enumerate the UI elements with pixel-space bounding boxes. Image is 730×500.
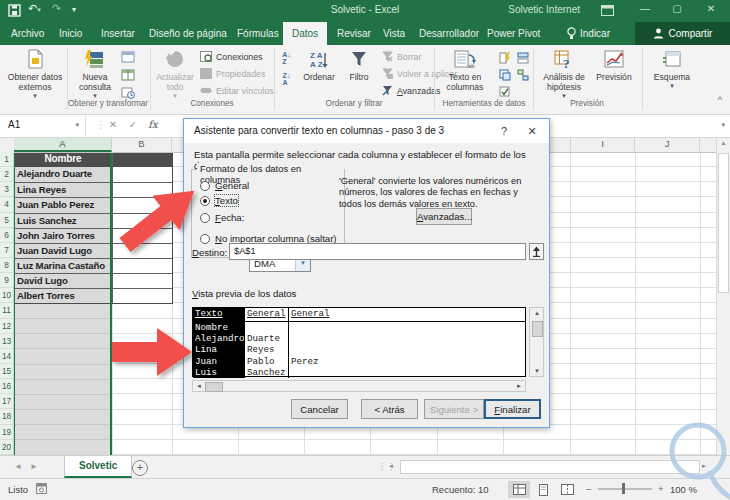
vertical-scrollbar[interactable]: ▲ ▼	[716, 137, 730, 470]
get-external-data-button[interactable]: Obtener datos externos▾	[6, 47, 64, 101]
cell-A4[interactable]: Juan Pablo Perez	[14, 198, 112, 212]
preview-scroll-left-icon[interactable]: ◄	[196, 383, 202, 389]
preview-col-type-general2[interactable]: General	[289, 308, 525, 321]
remove-duplicates-icon[interactable]	[496, 67, 513, 82]
sort-az-icon[interactable]: A↓Z	[278, 50, 295, 65]
zoom-percentage[interactable]: 100 %	[670, 484, 697, 495]
insert-function-icon[interactable]: fx	[144, 114, 162, 136]
vertical-scroll-thumb[interactable]	[718, 153, 729, 293]
tab-revisar[interactable]: Revisar	[328, 22, 380, 45]
preview-vertical-scrollbar[interactable]: ▲ ▼	[529, 307, 544, 377]
from-table-icon[interactable]	[119, 67, 136, 82]
row-header-7[interactable]: 7	[0, 243, 13, 258]
radio-fecha[interactable]: Fecha:	[200, 212, 244, 223]
column-header-J[interactable]: J	[635, 137, 700, 151]
outline-button[interactable]: Esquema▾	[650, 47, 694, 90]
finish-button[interactable]: Finalizar	[484, 399, 541, 419]
expand-formula-bar-icon[interactable]: ▾	[721, 114, 725, 136]
row-header-17[interactable]: 17	[0, 394, 13, 409]
row-header-20[interactable]: 20	[0, 440, 13, 455]
zoom-slider-thumb[interactable]	[622, 483, 625, 494]
preview-scroll-right-icon[interactable]: ►	[516, 383, 522, 389]
cell-B9[interactable]	[112, 274, 172, 288]
row-header-13[interactable]: 13	[0, 334, 13, 349]
normal-view-icon[interactable]	[508, 481, 530, 498]
show-queries-icon[interactable]	[119, 49, 136, 64]
relationships-icon[interactable]	[514, 67, 531, 82]
cell-A7[interactable]: Juan David Lugo	[14, 244, 112, 258]
destination-input[interactable]: $A$1	[229, 243, 526, 260]
radio-circle[interactable]	[200, 213, 210, 223]
dialog-help-button[interactable]: ?	[489, 119, 519, 143]
filter-button[interactable]: Filtro	[342, 47, 376, 82]
column-header-B[interactable]: B	[112, 137, 172, 151]
row-header-16[interactable]: 16	[0, 379, 13, 394]
consolidate-icon[interactable]	[514, 50, 531, 65]
preview-scroll-down-icon[interactable]: ▼	[534, 368, 540, 374]
back-button[interactable]: < Atrás	[361, 399, 418, 419]
hscroll-track[interactable]	[400, 460, 700, 474]
cell-B10[interactable]	[112, 289, 172, 303]
hscroll-right-icon[interactable]: ►	[701, 463, 707, 469]
radio-circle-selected[interactable]	[200, 196, 210, 206]
macro-record-icon[interactable]	[36, 483, 47, 494]
sort-button[interactable]: Z AA Z Ordenar	[298, 47, 340, 82]
cell-B6[interactable]	[112, 229, 172, 243]
cell-A2[interactable]: Alejandro Duarte	[14, 167, 112, 182]
hscroll-left-icon[interactable]: ◄	[388, 463, 394, 469]
horizontal-scrollbar[interactable]: ⋮⋮ ◄ ►	[388, 460, 714, 474]
collapse-ribbon-button[interactable]: ^	[718, 95, 722, 105]
new-sheet-button[interactable]: +	[132, 460, 148, 476]
preview-hscroll-thumb[interactable]	[205, 382, 223, 392]
row-header-14[interactable]: 14	[0, 349, 13, 364]
page-break-view-icon[interactable]	[556, 481, 578, 498]
tab-datos[interactable]: Datos	[283, 22, 327, 45]
connections-button[interactable]: Conexiones	[200, 51, 262, 62]
recent-sources-icon[interactable]	[119, 85, 136, 100]
zoom-slider-track[interactable]	[598, 488, 652, 490]
what-if-analysis-button[interactable]: ? Análisis de hipótesis▾	[537, 47, 591, 101]
cell-A10[interactable]: Albert Torres	[14, 289, 112, 303]
tab-vista[interactable]: Vista	[374, 22, 414, 45]
flash-fill-icon[interactable]	[496, 50, 513, 65]
radio-texto[interactable]: Texto	[200, 195, 238, 206]
row-header-9[interactable]: 9	[0, 273, 13, 288]
cell-A3[interactable]: Lina Reyes	[14, 183, 112, 197]
ribbon-display-options-icon[interactable]	[601, 5, 614, 16]
sheet-nav-left-icon[interactable]: ◄	[14, 462, 22, 471]
tab-formulas[interactable]: Fórmulas	[228, 22, 288, 45]
cell-B5[interactable]	[112, 214, 172, 228]
radio-circle[interactable]	[200, 181, 210, 191]
tab-diseno[interactable]: Diseño de página	[140, 22, 236, 45]
row-header-2[interactable]: 2	[0, 167, 13, 182]
cell-B4[interactable]	[112, 198, 172, 212]
forecast-sheet-button[interactable]: Previsión	[593, 47, 635, 82]
name-box[interactable]: A1▾	[0, 114, 86, 136]
cell-A5[interactable]: Luis Sanchez	[14, 214, 112, 228]
preview-scroll-up-icon[interactable]: ▲	[534, 310, 540, 316]
cell-B8[interactable]	[112, 259, 172, 273]
row-header-18[interactable]: 18	[0, 409, 13, 424]
page-layout-view-icon[interactable]	[532, 481, 554, 498]
cell-A8[interactable]: Luz Marina Castaño	[14, 259, 112, 273]
collapse-dialog-icon[interactable]	[529, 243, 544, 260]
tab-desarrollador[interactable]: Desarrollador	[410, 22, 488, 45]
share-button[interactable]: Compartir	[635, 22, 730, 45]
new-query-button[interactable]: Nueva consulta▾	[72, 47, 118, 101]
sheet-nav-right-icon[interactable]: ►	[30, 462, 38, 471]
radio-general[interactable]: General	[200, 180, 249, 191]
tab-power-pivot[interactable]: Power Pivot	[478, 22, 549, 45]
column-header-A[interactable]: A	[14, 137, 112, 152]
row-header-1[interactable]: 1	[0, 152, 13, 167]
cell-B3[interactable]	[112, 183, 172, 197]
column-header-partial[interactable]	[700, 137, 716, 151]
row-header-12[interactable]: 12	[0, 319, 13, 334]
zoom-in-button[interactable]: +	[658, 483, 664, 494]
row-header-3[interactable]: 3	[0, 182, 13, 197]
radio-circle[interactable]	[200, 234, 210, 244]
preview-horizontal-scrollbar[interactable]: ◄ ►	[192, 380, 526, 392]
zoom-out-button[interactable]: –	[586, 483, 591, 494]
tab-inicio[interactable]: Inicio	[50, 22, 91, 45]
dialog-close-button[interactable]: ✕	[517, 119, 547, 143]
cell-B1[interactable]	[112, 152, 172, 167]
